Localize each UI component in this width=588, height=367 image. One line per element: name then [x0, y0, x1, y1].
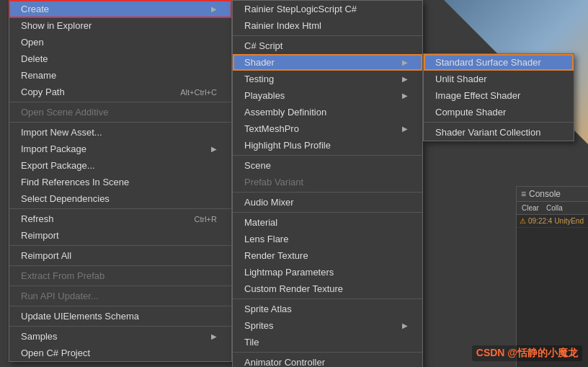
menu-item-create-label: Create [21, 4, 211, 14]
menu-item-update-uielements[interactable]: Update UIElements Schema [9, 308, 231, 324]
menu-item-show-in-explorer[interactable]: Show in Explorer [9, 17, 231, 34]
menu-item-sprites[interactable]: Sprites ▶ [233, 317, 422, 334]
menu-item-reimport[interactable]: Reimport [9, 227, 231, 244]
menu-item-prefab-variant: Prefab Variant [233, 174, 422, 190]
separator-6 [9, 286, 231, 286]
menu-item-assembly-definition[interactable]: Assembly Definition [233, 104, 422, 120]
menu-item-image-effect-shader[interactable]: Image Effect Shader [424, 87, 574, 104]
console-timestamp: 09:22:4 [528, 217, 552, 225]
menu-item-sprite-atlas[interactable]: Sprite Atlas [233, 301, 422, 317]
menu-item-rename[interactable]: Rename [9, 67, 231, 84]
context-menu-level2: Rainier StepLogicScript C# Rainier Index… [232, 0, 423, 367]
menu-item-create[interactable]: Create ▶ [9, 1, 231, 17]
menu-item-copy-path[interactable]: Copy Path Alt+Ctrl+C [9, 84, 231, 100]
menu-item-custom-render-texture[interactable]: Custom Render Texture [233, 280, 422, 297]
separator-m2-1 [233, 35, 422, 36]
menu-item-rainier-steplogic[interactable]: Rainier StepLogicScript C# [233, 1, 422, 17]
shader-arrow: ▶ [402, 58, 408, 66]
separator-m2-5 [233, 299, 422, 299]
separator-m2-3 [233, 192, 422, 193]
separator-m2-6 [233, 352, 422, 353]
menu-item-open-csharp[interactable]: Open C# Project [9, 345, 231, 361]
sprites-arrow: ▶ [402, 322, 408, 330]
separator-m2-4 [233, 212, 422, 213]
console-log-entry: ⚠ 09:22:4 UnityEnd [517, 215, 588, 228]
separator-5 [9, 265, 231, 266]
menu-item-select-dependencies[interactable]: Select Dependencies [9, 190, 231, 207]
separator-7 [9, 306, 231, 306]
separator-8 [9, 326, 231, 327]
console-icon: ≡ [521, 189, 526, 199]
context-menu-level1: Create ▶ Show in Explorer Open Delete Re… [9, 0, 232, 362]
menu-item-rainier-index-html[interactable]: Rainier Index Html [233, 17, 422, 34]
menu-item-delete[interactable]: Delete [9, 50, 231, 67]
menu-item-run-api-updater: Run API Updater... [9, 288, 231, 304]
create-arrow-icon: ▶ [211, 5, 217, 13]
testing-arrow: ▶ [402, 75, 408, 83]
menu-item-tile[interactable]: Tile [233, 334, 422, 350]
separator-3 [9, 208, 231, 209]
menu-item-textmeshpro[interactable]: TextMeshPro ▶ [233, 120, 422, 137]
menu-item-scene[interactable]: Scene [233, 157, 422, 174]
menu-item-highlight-plus[interactable]: Highlight Plus Profile [233, 137, 422, 154]
console-clear-btn[interactable]: Clear [520, 203, 541, 213]
menu-item-open-scene-additive: Open Scene Additive [9, 104, 231, 120]
menu-item-unlit-shader[interactable]: Unlit Shader [424, 71, 574, 87]
menu-item-material[interactable]: Material [233, 214, 422, 231]
console-title-bar: ≡ Console [517, 187, 588, 202]
separator-2 [9, 122, 231, 123]
menu-item-reimport-all[interactable]: Reimport All [9, 247, 231, 264]
menu-item-animator-controller[interactable]: Animator Controller [233, 354, 422, 367]
menu-item-import-new-asset[interactable]: Import New Asset... [9, 124, 231, 141]
console-log-text: UnityEnd [554, 217, 584, 225]
separator-m3-1 [424, 122, 574, 123]
textmeshpro-arrow: ▶ [402, 125, 408, 133]
menu-item-shader-variant-collection[interactable]: Shader Variant Collection [424, 124, 574, 141]
menu-item-standard-surface-shader[interactable]: Standard Surface Shader [424, 54, 574, 71]
menu-item-render-texture[interactable]: Render Texture [233, 247, 422, 264]
menu-item-shader[interactable]: Shader ▶ [233, 54, 422, 71]
warn-icon: ⚠ [520, 217, 526, 225]
separator-4 [9, 245, 231, 246]
menu-item-lens-flare[interactable]: Lens Flare [233, 231, 422, 247]
context-menu-level3: Standard Surface Shader Unlit Shader Ima… [423, 53, 574, 141]
menu-item-export-package[interactable]: Export Package... [9, 157, 231, 174]
console-toolbar: Clear Colla [517, 202, 588, 215]
menu-item-extract-from-prefab: Extract From Prefab [9, 267, 231, 284]
separator-m2-2 [233, 155, 422, 156]
import-package-arrow: ▶ [211, 145, 217, 153]
menu-item-testing[interactable]: Testing ▶ [233, 71, 422, 87]
console-collapse-btn[interactable]: Colla [544, 203, 565, 213]
console-title: Console [529, 189, 561, 199]
menu-item-samples[interactable]: Samples ▶ [9, 328, 231, 345]
menu-item-audio-mixer[interactable]: Audio Mixer [233, 194, 422, 211]
menu-item-playables[interactable]: Playables ▶ [233, 87, 422, 104]
menu-item-refresh[interactable]: Refresh Ctrl+R [9, 211, 231, 227]
console-panel: ≡ Console Clear Colla ⚠ 09:22:4 UnityEnd [516, 186, 588, 367]
playables-arrow: ▶ [402, 92, 408, 100]
csdn-watermark: CSDN @恬静的小魔龙 [472, 345, 582, 361]
menu-item-compute-shader[interactable]: Compute Shader [424, 104, 574, 120]
menu-item-csharp-script[interactable]: C# Script [233, 37, 422, 54]
menu-item-open[interactable]: Open [9, 34, 231, 50]
menu-item-find-references[interactable]: Find References In Scene [9, 174, 231, 190]
separator-1 [9, 102, 231, 102]
refresh-shortcut: Ctrl+R [195, 215, 217, 224]
copy-path-shortcut: Alt+Ctrl+C [180, 88, 217, 97]
menu-item-import-package[interactable]: Import Package ▶ [9, 141, 231, 157]
menu-item-lightmap-parameters[interactable]: Lightmap Parameters [233, 264, 422, 280]
samples-arrow: ▶ [211, 332, 217, 340]
